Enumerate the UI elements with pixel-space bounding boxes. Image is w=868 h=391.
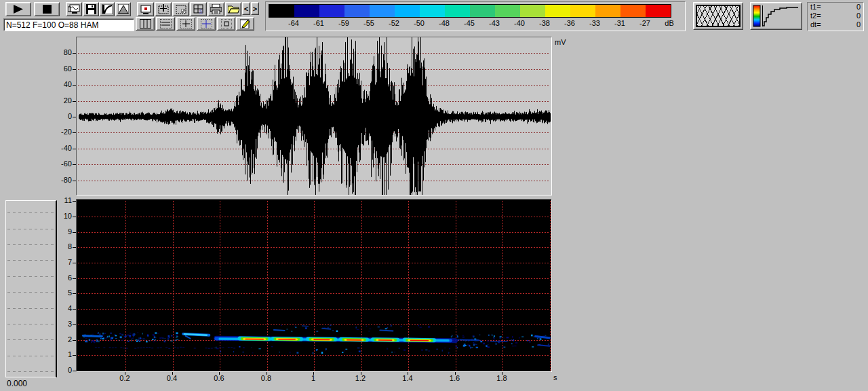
- freq-ytick-mark: [73, 309, 76, 310]
- time-xtick-mark: [219, 372, 220, 375]
- oscillogram-canvas[interactable]: [77, 37, 551, 195]
- color-scale-segment: [595, 5, 620, 17]
- color-scale-tick-label: -55: [357, 19, 380, 27]
- scope-display-button[interactable]: [66, 2, 82, 16]
- color-scale-tick-label: -64: [282, 19, 305, 27]
- color-scale-tick-label: -27: [633, 19, 656, 27]
- stop-button[interactable]: [34, 2, 60, 16]
- color-scale-tick-label: -50: [408, 19, 431, 27]
- t2-row: t2= 0: [808, 12, 863, 20]
- color-scale-tick-label: -52: [382, 19, 406, 27]
- wave-ytick-label: 40: [53, 80, 72, 88]
- time-xtick-label: 0.2: [111, 374, 138, 382]
- time-measure-panel: t1= 0 t2= 0 dt= 0: [807, 2, 864, 31]
- edit-button[interactable]: [236, 17, 254, 31]
- next-button[interactable]: >: [251, 2, 259, 15]
- color-scale-segment: [570, 5, 595, 17]
- zoom-box-icon: [221, 19, 232, 29]
- color-scale-tick-label: -48: [433, 19, 456, 27]
- spectrogram-canvas[interactable]: [77, 200, 551, 371]
- freq-ytick-label: 9: [57, 227, 72, 236]
- time-xtick-label: 0.8: [253, 374, 280, 382]
- wave-ytick-mark: [73, 101, 76, 102]
- time-xtick-label: 1.6: [441, 374, 469, 382]
- wave-ytick-mark: [73, 164, 76, 165]
- color-scale-tick-label: -43: [483, 19, 506, 27]
- save-button[interactable]: [83, 2, 99, 16]
- oscillogram-unit-label: mV: [555, 38, 566, 46]
- transfer-curve-icon: [102, 4, 113, 14]
- wave-ytick-mark: [73, 117, 76, 117]
- wave-ytick-label: -40: [53, 144, 72, 152]
- freq-ytick-label: 1: [57, 350, 72, 358]
- texture-select-button[interactable]: [172, 2, 189, 16]
- color-scale-segment: [520, 5, 545, 17]
- freq-ytick-mark: [73, 247, 76, 248]
- stop-icon: [43, 5, 52, 14]
- spectrum-panel-gridline: [7, 292, 54, 293]
- t1-row: t1= 0: [808, 3, 863, 12]
- grid-horizontal-button[interactable]: [156, 17, 175, 31]
- dt-value: 0: [856, 20, 861, 29]
- freq-ytick-label: 8: [57, 242, 72, 250]
- wave-ytick-mark: [73, 85, 76, 86]
- scope-display-icon: [68, 4, 80, 14]
- color-scale-segment: [646, 5, 671, 17]
- analysis-params-field[interactable]: N=512 F=100 O=88 HAM: [3, 18, 134, 31]
- t1-label: t1=: [810, 3, 821, 12]
- time-marker-button[interactable]: [155, 2, 172, 16]
- window-function-icon: [118, 4, 129, 14]
- svg-text:s: s: [199, 7, 203, 14]
- wave-ytick-label: 80: [53, 48, 72, 56]
- grid-vertical-button[interactable]: [136, 17, 155, 31]
- time-xtick-label: 1: [300, 374, 327, 382]
- time-xtick-mark: [455, 372, 456, 375]
- wave-ytick-mark: [73, 149, 76, 149]
- freq-ytick-label: 2: [57, 335, 72, 343]
- wave-ytick-label: 0: [53, 112, 72, 120]
- color-scale-segment: [545, 5, 570, 17]
- color-scale-segment: [294, 5, 319, 17]
- spectrum-slice-panel[interactable]: [5, 200, 57, 377]
- dt-label: dt=: [810, 20, 821, 29]
- crosshatch-pattern-button[interactable]: [693, 2, 743, 30]
- wave-ytick-label: 20: [53, 96, 72, 105]
- time-xtick-mark: [172, 372, 173, 375]
- color-scale-segment: [495, 5, 520, 17]
- prev-button[interactable]: <: [242, 2, 250, 15]
- time-xtick-label: 1.2: [347, 374, 374, 382]
- printer-icon: [210, 4, 222, 14]
- color-scale-band: [269, 4, 671, 18]
- grid-horizontal-icon: [160, 19, 172, 29]
- spectrogram-plot[interactable]: [76, 199, 552, 372]
- color-scale-tick-label: -45: [458, 19, 481, 27]
- prev-arrow-icon: <: [244, 5, 248, 13]
- freq-ytick-mark: [73, 278, 76, 279]
- color-scale-tick-label: -33: [583, 19, 606, 27]
- color-scale-unit: dB: [659, 19, 679, 27]
- grid-s-icon: s: [193, 4, 204, 14]
- color-scale-tick-label: -61: [307, 19, 330, 27]
- transfer-curve-button[interactable]: [99, 2, 115, 16]
- edit-pencil-icon: [240, 19, 250, 29]
- freq-ytick-label: 5: [57, 288, 72, 297]
- color-scale: dB -64-61-59-55-52-50-48-45-43-40-38-36-…: [265, 1, 686, 31]
- oscillogram-plot[interactable]: [76, 37, 552, 196]
- print-button[interactable]: [208, 2, 224, 16]
- time-xtick-mark: [502, 372, 502, 375]
- grid-cross-blue-button[interactable]: [197, 17, 216, 31]
- zoom-box-button[interactable]: [217, 17, 235, 31]
- play-button[interactable]: [5, 2, 31, 16]
- open-file-button[interactable]: [225, 2, 241, 16]
- save-floppy-icon: [86, 4, 96, 14]
- spectrum-panel-gridline: [7, 339, 54, 340]
- application-window: s < > N=512 F=100 O=88 HAM dB -64-61-59-…: [0, 0, 868, 391]
- window-function-button[interactable]: [115, 2, 131, 16]
- display-settings-button[interactable]: [137, 2, 154, 16]
- wave-ytick-label: -60: [53, 160, 72, 168]
- grid-cross-button[interactable]: [176, 17, 195, 31]
- freq-ytick-mark: [73, 340, 76, 341]
- grid-settings-button[interactable]: s: [190, 2, 207, 16]
- time-xtick-mark: [125, 372, 125, 375]
- palette-transfer-button[interactable]: [750, 2, 802, 30]
